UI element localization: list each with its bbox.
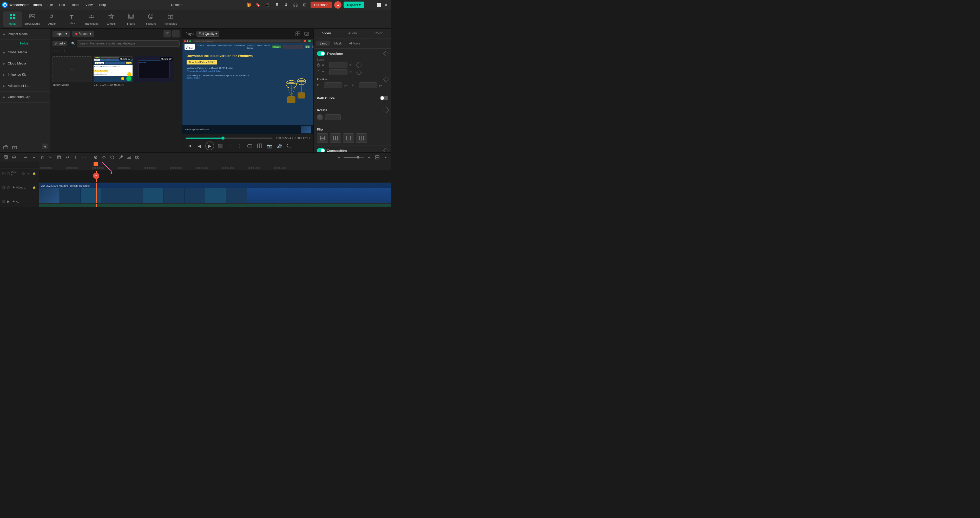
export-button[interactable]: Export ▾: [344, 2, 364, 8]
sidebar-item-adjustment[interactable]: ▶ Adjustment La...: [0, 82, 49, 90]
transform-keyframe-button[interactable]: [383, 51, 389, 57]
video1-lock-button[interactable]: 🔒: [32, 185, 37, 190]
progress-bar-container[interactable]: 00:00:05:24 / 00:00:12:17: [186, 136, 310, 140]
clip-mode-button[interactable]: [246, 142, 254, 150]
zoom-slider[interactable]: [344, 157, 364, 158]
tl-title-button[interactable]: [125, 154, 132, 161]
video1-clip[interactable]: VID_20241010_063504_Screen_Recorder: [39, 183, 391, 203]
tl-cut-button[interactable]: ✂: [47, 154, 54, 161]
bookmark-icon[interactable]: 🔖: [255, 1, 262, 9]
volume-button[interactable]: 🔊: [275, 142, 283, 150]
tab-video[interactable]: Video: [314, 29, 340, 38]
scale-y-keyframe[interactable]: [356, 69, 362, 75]
tl-undo-button[interactable]: ↩: [22, 154, 29, 161]
compare-button[interactable]: [256, 142, 264, 150]
flip-horizontal-button[interactable]: [330, 133, 341, 143]
tool-titles[interactable]: T Titles: [62, 11, 81, 27]
lock-link-icon[interactable]: [317, 70, 320, 75]
video1-visibility-button[interactable]: 👁: [11, 186, 15, 189]
import-button[interactable]: Import ▾: [52, 31, 70, 37]
tool-effects[interactable]: Effects: [102, 11, 121, 27]
download-icon[interactable]: ⬇: [283, 1, 290, 9]
import-media-thumb[interactable]: +: [52, 56, 91, 82]
video2-track-lock-button[interactable]: 👁: [27, 171, 31, 176]
position-x-input[interactable]: 0.00: [324, 83, 342, 88]
stop-button[interactable]: ⬛: [216, 142, 224, 150]
new-folder-button[interactable]: [11, 143, 18, 151]
menu-file[interactable]: File: [45, 2, 56, 8]
flip-btn3[interactable]: [343, 133, 354, 143]
tl-crop-button[interactable]: [56, 154, 63, 161]
minimize-button[interactable]: ─: [369, 2, 375, 8]
transform-toggle[interactable]: [317, 51, 325, 56]
record-button[interactable]: Record ▾: [72, 31, 94, 37]
tl-layout-button[interactable]: [374, 154, 381, 161]
list-item[interactable]: python PSFDocsPyPIJobs 🐍 python Donate D…: [94, 56, 132, 150]
rotate-keyframe[interactable]: [383, 107, 389, 113]
path-curve-toggle[interactable]: [380, 96, 388, 100]
tool-stickers[interactable]: Stickers: [142, 11, 160, 27]
more-options-button[interactable]: ⋯: [172, 30, 180, 37]
tl-record-button[interactable]: [92, 154, 99, 161]
tab-audio[interactable]: Audio: [340, 29, 366, 38]
scale-x-input[interactable]: 100.00: [329, 62, 347, 68]
monitor-icon[interactable]: 🖥: [273, 1, 280, 9]
progress-track[interactable]: [186, 137, 273, 139]
playhead-head[interactable]: [94, 162, 98, 166]
list-item[interactable]: + Import Media: [52, 56, 91, 150]
menu-view[interactable]: View: [83, 2, 95, 8]
grid-view-button[interactable]: [294, 30, 301, 37]
flip-vertical-button[interactable]: [317, 133, 328, 143]
search-input[interactable]: [77, 40, 180, 46]
tl-more-button[interactable]: ⋯: [80, 154, 88, 161]
video2-add-track-button[interactable]: [2, 172, 5, 175]
rotate-input[interactable]: 0.00°: [325, 115, 341, 120]
skip-back-button[interactable]: ⏮: [186, 142, 193, 150]
position-y-input[interactable]: 0.00: [359, 83, 377, 88]
sidebar-item-global-media[interactable]: ▶ Global Media: [0, 48, 49, 56]
list-item[interactable]: code editor 00:00:19: [135, 56, 173, 150]
fullscreen-preview-button[interactable]: [303, 30, 310, 37]
user-avatar[interactable]: C: [334, 1, 342, 9]
sidebar-item-project-media[interactable]: ▶ Project Media: [0, 30, 49, 38]
tab-color[interactable]: Color: [365, 29, 391, 38]
audio1-clip[interactable]: VID_20241010_063504_Microphone: [39, 204, 391, 207]
filter-button[interactable]: [164, 30, 171, 37]
subtab-ai-tools[interactable]: AI Tools: [346, 41, 363, 46]
flip-btn4[interactable]: [356, 133, 367, 143]
compositing-keyframe[interactable]: [383, 148, 389, 152]
tl-shield-button[interactable]: [109, 154, 116, 161]
tool-transitions[interactable]: Transitions: [82, 11, 101, 27]
play-button[interactable]: ▶: [205, 142, 214, 150]
menu-help[interactable]: Help: [96, 2, 108, 8]
audio1-visibility-button[interactable]: 👁: [11, 200, 15, 203]
tool-audio[interactable]: Audio: [43, 11, 61, 27]
cut-marker[interactable]: ✂: [93, 173, 99, 179]
tl-zoom-out-button[interactable]: −: [335, 154, 342, 161]
snapshot-button[interactable]: 📷: [266, 142, 274, 150]
add-folder-button[interactable]: [2, 143, 10, 151]
video2-track-settings-button[interactable]: [21, 171, 26, 176]
tl-text-button[interactable]: T: [72, 154, 79, 161]
step-back-button[interactable]: ◀: [196, 142, 203, 150]
tl-select-tool[interactable]: [2, 154, 10, 161]
purchase-button[interactable]: Purchase: [310, 2, 332, 8]
headphone-icon[interactable]: 🎧: [292, 1, 299, 9]
tool-filters[interactable]: Filters: [122, 11, 140, 27]
sidebar-item-compound-clip[interactable]: ▶ Compound Clip: [0, 93, 49, 101]
collapse-panel-button[interactable]: ◀: [42, 143, 48, 149]
tl-smart-tool[interactable]: [10, 154, 18, 161]
tl-split-button[interactable]: [134, 154, 141, 161]
tl-effect-button[interactable]: [100, 154, 108, 161]
sidebar-item-influence-kit[interactable]: ▶ Influence Kit: [0, 71, 49, 78]
menu-edit[interactable]: Edit: [57, 2, 68, 8]
sidebar-item-cloud-media[interactable]: ▶ Cloud Media: [0, 59, 49, 67]
compositing-toggle[interactable]: [317, 148, 325, 152]
mark-out-button[interactable]: }: [236, 142, 244, 150]
close-button[interactable]: ✕: [383, 2, 389, 8]
apps-icon[interactable]: ⊞: [301, 1, 309, 9]
tool-stock-media[interactable]: Stock Media: [23, 11, 41, 27]
mark-in-button[interactable]: {: [226, 142, 234, 150]
scale-x-keyframe[interactable]: [356, 62, 362, 68]
video1-folder-button[interactable]: [7, 186, 10, 189]
